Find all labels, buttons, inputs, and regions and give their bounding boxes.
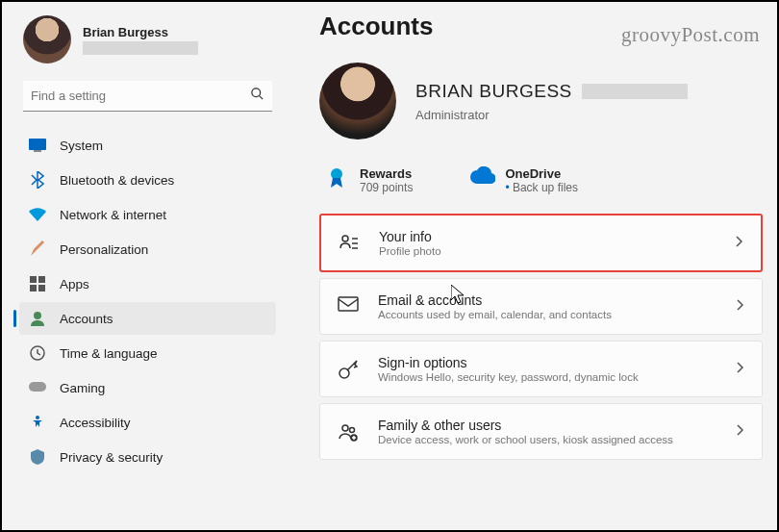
chevron-right-icon — [735, 361, 744, 378]
svg-point-20 — [350, 427, 355, 432]
chevron-right-icon — [735, 298, 744, 316]
card-family-users[interactable]: Family & other users Device access, work… — [319, 403, 763, 460]
sidebar-item-label: Network & internet — [60, 208, 166, 222]
key-icon — [338, 359, 359, 380]
stat-sub: Back up files — [505, 181, 578, 194]
rewards-stat[interactable]: Rewards 709 points — [325, 166, 413, 194]
user-avatar — [23, 15, 71, 63]
chevron-right-icon — [735, 423, 744, 441]
sidebar-item-label: Apps — [60, 277, 89, 291]
account-name: BRIAN BURGESS — [415, 81, 572, 102]
user-email-placeholder — [83, 41, 198, 55]
sidebar-item-bluetooth[interactable]: Bluetooth & devices — [19, 164, 276, 196]
account-avatar — [319, 63, 396, 139]
svg-rect-17 — [339, 297, 358, 311]
card-sub: Accounts used by email, calendar, and co… — [378, 309, 716, 320]
card-your-info[interactable]: Your info Profile photo — [319, 214, 763, 272]
accessibility-icon — [29, 414, 46, 431]
account-email-placeholder — [582, 84, 688, 99]
card-title: Family & other users — [378, 418, 716, 433]
sidebar-item-label: Accounts — [60, 312, 113, 326]
onedrive-stat[interactable]: OneDrive Back up files — [470, 166, 578, 194]
card-title: Email & accounts — [378, 292, 716, 308]
apps-icon — [29, 275, 46, 292]
card-sub: Device access, work or school users, kio… — [378, 434, 716, 445]
stat-sub: 709 points — [360, 181, 413, 194]
svg-point-0 — [252, 89, 261, 97]
user-block[interactable]: Brian Burgess — [19, 15, 276, 63]
svg-point-8 — [34, 312, 41, 319]
bluetooth-icon — [29, 171, 46, 189]
sidebar-item-time[interactable]: Time & language — [19, 337, 276, 369]
card-signin-options[interactable]: Sign-in options Windows Hello, security … — [319, 341, 763, 397]
svg-rect-5 — [38, 276, 45, 283]
svg-rect-4 — [30, 276, 37, 283]
sidebar-item-personalization[interactable]: Personalization — [19, 233, 276, 266]
search-input[interactable] — [31, 89, 250, 103]
svg-rect-10 — [29, 382, 46, 392]
card-sub: Profile photo — [379, 245, 715, 257]
sidebar-item-label: Privacy & security — [60, 450, 163, 465]
sidebar-item-label: System — [60, 139, 103, 153]
card-title: Your info — [379, 229, 715, 244]
sidebar-item-label: Bluetooth & devices — [60, 173, 174, 188]
sidebar-item-accounts[interactable]: Accounts — [19, 302, 276, 335]
rewards-icon — [325, 166, 348, 190]
search-icon — [250, 87, 264, 105]
person-icon — [29, 310, 46, 327]
watermark: groovyPost.com — [621, 23, 760, 47]
card-sub: Windows Hello, security key, password, d… — [378, 371, 716, 383]
stat-title: Rewards — [360, 166, 413, 181]
sidebar-item-gaming[interactable]: Gaming — [19, 371, 276, 404]
wifi-icon — [29, 206, 46, 223]
svg-point-11 — [36, 416, 39, 419]
sidebar-item-label: Accessibility — [60, 416, 131, 430]
svg-rect-2 — [29, 139, 46, 150]
gamepad-icon — [29, 379, 46, 396]
account-role: Administrator — [415, 108, 688, 122]
sidebar-item-label: Personalization — [60, 242, 148, 257]
svg-rect-6 — [30, 285, 37, 291]
mail-icon — [338, 296, 359, 317]
brush-icon — [29, 241, 46, 258]
cloud-icon — [470, 166, 493, 190]
sidebar-item-privacy[interactable]: Privacy & security — [19, 441, 276, 473]
profile-icon — [339, 233, 360, 254]
card-title: Sign-in options — [378, 355, 716, 370]
monitor-icon — [29, 137, 46, 154]
sidebar-item-network[interactable]: Network & internet — [19, 198, 276, 231]
sidebar-item-label: Gaming — [60, 381, 105, 395]
sidebar-item-accessibility[interactable]: Accessibility — [19, 406, 276, 439]
clock-icon — [29, 344, 46, 362]
account-header: BRIAN BURGESS Administrator — [319, 63, 763, 139]
family-icon — [338, 421, 359, 443]
sidebar-item-system[interactable]: System — [19, 129, 276, 162]
svg-rect-7 — [38, 285, 45, 291]
svg-line-1 — [259, 95, 263, 99]
svg-point-19 — [342, 425, 348, 431]
search-box[interactable] — [23, 81, 272, 112]
svg-rect-3 — [34, 150, 41, 152]
shield-icon — [29, 448, 46, 466]
sidebar-item-apps[interactable]: Apps — [19, 267, 276, 300]
chevron-right-icon — [734, 235, 743, 252]
svg-point-13 — [342, 236, 348, 241]
sidebar-item-label: Time & language — [60, 346, 158, 361]
stat-title: OneDrive — [505, 166, 578, 181]
card-email-accounts[interactable]: Email & accounts Accounts used by email,… — [319, 278, 763, 335]
user-name: Brian Burgess — [83, 25, 198, 39]
